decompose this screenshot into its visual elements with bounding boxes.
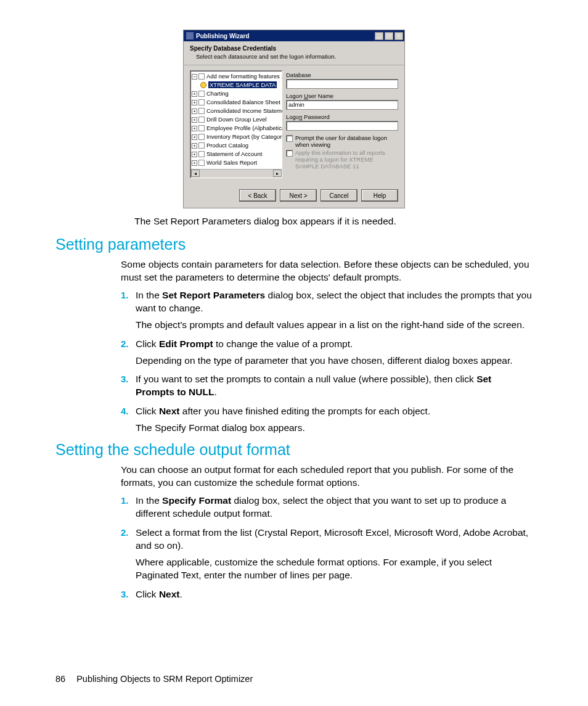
- cancel-button[interactable]: Cancel: [321, 189, 357, 202]
- heading-setting-schedule-output-format: Setting the schedule output format: [55, 441, 533, 459]
- scroll-right-icon[interactable]: ▸: [273, 170, 282, 177]
- step-item: 3.Click Next.: [121, 588, 533, 601]
- step-item: 1.In the Specify Format dialog box, sele…: [121, 495, 533, 520]
- dialog-title: Publishing Wizard: [196, 33, 374, 39]
- step-item: 2.Select a format from the list (Crystal…: [121, 527, 533, 582]
- heading-setting-parameters: Setting parameters: [55, 236, 533, 253]
- step-item: 4.Click Next after you have finished edi…: [121, 405, 533, 435]
- tree-item-selected[interactable]: XTREME SAMPLE DATA: [192, 81, 282, 89]
- datasource-tree[interactable]: −Add new formatting features 1 XTREME SA…: [190, 70, 282, 178]
- prompt-user-checkbox-row[interactable]: Prompt the user for database logon when …: [286, 134, 398, 148]
- steps-list: 1.In the Specify Format dialog box, sele…: [121, 495, 533, 601]
- username-field[interactable]: admin: [286, 100, 398, 110]
- dialog-header-subtitle: Select each datasource and set the logon…: [190, 53, 398, 60]
- username-label: Logon User Name: [286, 92, 398, 99]
- password-field[interactable]: [286, 121, 398, 131]
- checkbox-icon[interactable]: [286, 135, 293, 142]
- paragraph: You can choose an output format for each…: [121, 464, 533, 490]
- chapter-title: Publishing Objects to SRM Report Optimiz…: [76, 674, 253, 684]
- tree-item[interactable]: +Drill Down Group Level: [192, 115, 282, 124]
- tree-item[interactable]: +Inventory Report (by Category: [192, 133, 282, 141]
- tree-item[interactable]: +Charting: [192, 89, 282, 98]
- help-button[interactable]: Help: [361, 189, 398, 202]
- dialog-header: Specify Database Credentials Select each…: [184, 41, 404, 65]
- app-icon: [186, 32, 194, 39]
- step-item: 1.In the Set Report Parameters dialog bo…: [121, 289, 533, 332]
- steps-list: 1.In the Set Report Parameters dialog bo…: [121, 289, 533, 435]
- tree-root[interactable]: −Add new formatting features 1: [192, 72, 282, 81]
- scroll-left-icon[interactable]: ◂: [191, 170, 200, 177]
- tree-item[interactable]: +Statement of Account: [192, 150, 282, 158]
- tree-item[interactable]: +Product Catalog: [192, 141, 282, 150]
- tree-item[interactable]: +World Sales Report: [192, 158, 282, 167]
- tree-item[interactable]: +Employee Profile (Alphabetica: [192, 124, 282, 133]
- back-button[interactable]: < Back: [239, 189, 276, 202]
- dialog-button-row: < Back Next > Cancel Help: [184, 184, 404, 208]
- checkbox-label: Apply this information to all reports re…: [295, 149, 398, 170]
- publishing-wizard-dialog: Publishing Wizard _ □ × Specify Database…: [183, 30, 405, 208]
- tree-item[interactable]: +Consolidated Balance Sheet: [192, 98, 282, 107]
- checkbox-label: Prompt the user for database logon when …: [295, 134, 398, 148]
- password-label: Logon Password: [286, 113, 398, 120]
- close-icon[interactable]: ×: [394, 32, 403, 40]
- apply-all-checkbox-row: Apply this information to all reports re…: [286, 149, 398, 170]
- page-footer: 86 Publishing Objects to SRM Report Opti…: [55, 674, 253, 684]
- tree-item[interactable]: +Consolidated Income Stateme: [192, 107, 282, 115]
- paragraph: Some objects contain parameters for data…: [121, 258, 533, 284]
- dialog-titlebar: Publishing Wizard _ □ ×: [184, 30, 404, 41]
- step-item: 3.If you want to set the prompts to cont…: [121, 373, 533, 399]
- horizontal-scrollbar[interactable]: ◂ ▸: [191, 169, 282, 178]
- next-button[interactable]: Next >: [280, 189, 317, 202]
- dialog-header-title: Specify Database Credentials: [190, 45, 398, 52]
- figure-caption: The Set Report Parameters dialog box app…: [134, 216, 533, 227]
- logon-form: Database Logon User Name admin Logon Pas…: [286, 70, 398, 178]
- minimize-icon[interactable]: _: [375, 32, 383, 40]
- step-item: 2.Click Edit Prompt to change the value …: [121, 338, 533, 367]
- database-label: Database: [286, 72, 398, 78]
- database-field[interactable]: [286, 79, 398, 89]
- checkbox-icon: [286, 150, 293, 157]
- maximize-icon[interactable]: □: [385, 32, 393, 40]
- page-number: 86: [55, 674, 65, 684]
